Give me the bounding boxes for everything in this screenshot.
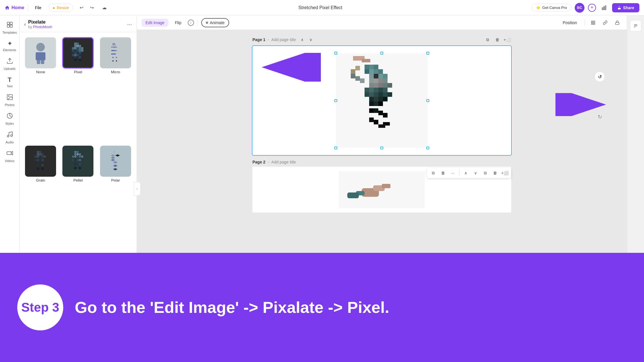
svg-rect-52 — [115, 47, 116, 48]
page2-delete2-button[interactable]: 🗑 — [491, 169, 499, 177]
rotate-button[interactable]: ↻ — [595, 112, 605, 122]
grid-button[interactable] — [588, 18, 598, 28]
info-button[interactable]: i — [188, 20, 194, 26]
analytics-button[interactable] — [599, 3, 609, 12]
bottom-banner: Step 3 Go to the 'Edit Image' -> Pixalat… — [0, 253, 644, 362]
link-button[interactable] — [600, 18, 610, 28]
toolbar-sep2 — [584, 19, 585, 26]
handle-tl[interactable] — [334, 52, 337, 55]
edit-toolbar: Edit image Flip i Animate Position — [137, 16, 627, 30]
svg-rect-59 — [111, 53, 112, 55]
filter-micro[interactable]: Micro — [98, 36, 133, 142]
position-label: Position — [563, 20, 577, 25]
home-button[interactable]: Home — [5, 5, 24, 10]
undo-button[interactable]: ↩ — [77, 3, 86, 12]
page2-copy-button[interactable]: ⧉ — [429, 169, 437, 177]
audio-label: Audio — [5, 140, 14, 144]
page1-copy-button[interactable]: ⧉ — [484, 36, 492, 44]
svg-point-10 — [7, 135, 9, 137]
get-canva-pro-button[interactable]: ⭐ Get Canva Pro — [532, 4, 571, 11]
add-button[interactable]: + — [588, 4, 596, 12]
right-sidebar-button[interactable] — [630, 20, 641, 32]
page2-add-title[interactable]: Add page title — [271, 160, 296, 164]
sidebar-item-templates[interactable]: Templates — [1, 19, 18, 36]
page1-canvas[interactable] — [252, 46, 511, 155]
svg-rect-45 — [114, 43, 115, 44]
refresh-button[interactable]: ↺ — [595, 72, 605, 82]
save-cloud-button[interactable]: ☁ — [100, 3, 109, 12]
svg-rect-173 — [378, 74, 383, 78]
svg-rect-47 — [114, 44, 115, 45]
svg-rect-72 — [34, 155, 37, 158]
svg-rect-165 — [369, 65, 374, 69]
sidebar-item-text[interactable]: T Text — [1, 74, 18, 90]
page2-more-button[interactable]: ··· — [449, 169, 457, 177]
svg-rect-71 — [41, 153, 44, 155]
sidebar-item-audio[interactable]: Audio — [1, 129, 18, 146]
svg-rect-201 — [378, 101, 383, 106]
page2-chevron-down[interactable]: ∨ — [471, 169, 480, 177]
sidebar-item-elements[interactable]: ✦ Elements — [1, 38, 18, 54]
handle-mr[interactable] — [426, 99, 429, 102]
svg-rect-68 — [39, 151, 41, 153]
filter-polar[interactable]: Polar — [98, 144, 133, 250]
svg-rect-18 — [76, 43, 79, 45]
svg-marker-111 — [113, 168, 118, 170]
uploads-icon — [6, 57, 13, 66]
svg-rect-57 — [115, 50, 116, 51]
svg-rect-186 — [374, 88, 378, 92]
handle-tm[interactable] — [380, 52, 383, 55]
page1-add-button[interactable]: +⬜ — [503, 36, 511, 44]
avatar[interactable]: BC — [575, 3, 584, 13]
handle-ml[interactable] — [334, 99, 337, 102]
lock-button[interactable] — [612, 18, 622, 28]
filter-none[interactable]: None — [23, 36, 58, 142]
svg-rect-35 — [79, 52, 81, 54]
panel-more-button[interactable]: ··· — [127, 21, 132, 28]
resize-button[interactable]: ● Resize — [48, 4, 73, 12]
edit-image-button[interactable]: Edit image — [141, 19, 168, 27]
handle-br[interactable] — [426, 147, 429, 149]
filter-grain-label: Grain — [36, 178, 45, 182]
handle-bl[interactable] — [334, 147, 337, 149]
filter-pellet-thumb — [62, 146, 93, 177]
page2-add2-button[interactable]: +⬜ — [501, 169, 509, 177]
animate-button[interactable]: Animate — [201, 18, 229, 27]
sidebar-item-videos[interactable]: Videos — [1, 147, 18, 165]
position-button[interactable]: Position — [559, 19, 581, 27]
svg-rect-206 — [369, 118, 374, 122]
author-link[interactable]: PhotoMosh — [33, 25, 52, 29]
page1-chevron-down[interactable]: ∨ — [307, 36, 315, 44]
filter-pellet[interactable]: Pellet — [60, 144, 95, 250]
svg-rect-190 — [369, 92, 374, 97]
file-button[interactable]: File — [31, 4, 45, 12]
svg-rect-193 — [383, 92, 388, 97]
page1-selected-image[interactable] — [336, 53, 428, 148]
svg-rect-185 — [369, 88, 374, 92]
sidebar-item-photos[interactable]: Photos — [1, 91, 18, 109]
handle-bm[interactable] — [380, 147, 383, 149]
page1-delete-button[interactable]: 🗑 — [493, 36, 501, 44]
sidebar-item-styles[interactable]: Styles — [1, 110, 18, 128]
svg-rect-180 — [374, 83, 378, 88]
sidebar-item-uploads[interactable]: Uploads — [1, 55, 18, 73]
page1-add-title[interactable]: Add page title — [271, 37, 296, 42]
svg-rect-56 — [114, 50, 115, 51]
redo-button[interactable]: ↪ — [87, 3, 96, 12]
page2-delete-button[interactable]: 🗑 — [439, 169, 447, 177]
page2-preview-svg — [339, 171, 425, 208]
filter-grain[interactable]: Grain — [23, 144, 58, 250]
panel-back-button[interactable]: ‹ — [24, 21, 26, 27]
handle-tr[interactable] — [426, 52, 429, 55]
filter-polar-label: Polar — [111, 178, 120, 182]
share-button[interactable]: Share — [612, 3, 639, 12]
flip-button[interactable]: Flip — [171, 19, 185, 27]
filter-pixel[interactable]: Pixel — [60, 36, 95, 142]
svg-rect-168 — [369, 69, 374, 74]
resize-label: Resize — [57, 5, 69, 10]
svg-rect-32 — [72, 52, 74, 54]
panel-collapse-button[interactable]: ‹ — [134, 182, 141, 196]
page2-chevron-up[interactable]: ∧ — [462, 169, 470, 177]
page2-copy2-button[interactable]: ⧉ — [481, 169, 489, 177]
page1-chevron-up[interactable]: ∧ — [298, 36, 306, 44]
